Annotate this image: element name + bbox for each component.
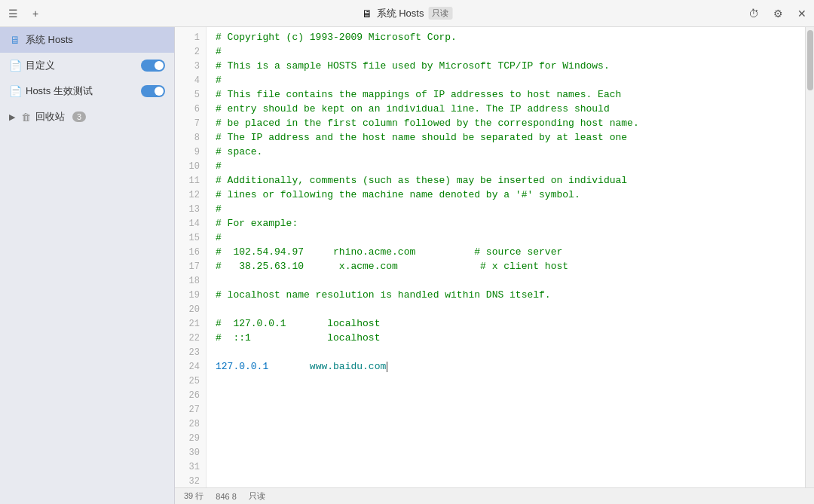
titlebar: ☰ + 🖥 系统 Hosts 只读 ⏱ ⚙ ✕ bbox=[0, 0, 814, 27]
line-number: 25 bbox=[175, 374, 206, 388]
sidebar-item-system-hosts[interactable]: 🖥 系统 Hosts bbox=[0, 27, 174, 53]
line-number: 26 bbox=[175, 388, 206, 402]
titlebar-center: 🖥 系统 Hosts 只读 bbox=[362, 7, 453, 20]
comment-text: # This file contains the mappings of IP … bbox=[216, 87, 621, 102]
line-number: 15 bbox=[175, 231, 206, 245]
code-line bbox=[216, 402, 805, 417]
line-number: 9 bbox=[175, 145, 206, 159]
comment-text: # For example: bbox=[216, 216, 298, 231]
status-row: 39 行 bbox=[184, 490, 204, 502]
toggle-custom[interactable] bbox=[141, 60, 165, 72]
line-number: 4 bbox=[175, 73, 206, 87]
comment-text: # bbox=[216, 159, 222, 173]
code-line: # This file contains the mappings of IP … bbox=[216, 87, 805, 102]
line-number: 30 bbox=[175, 445, 206, 460]
code-line: # 102.54.94.97 rhino.acme.com # source s… bbox=[216, 245, 805, 259]
line-number: 14 bbox=[175, 216, 206, 231]
code-line bbox=[216, 374, 805, 388]
code-line: # space. bbox=[216, 145, 805, 159]
clock-icon[interactable]: ⏱ bbox=[748, 8, 760, 20]
comment-text: # The IP address and the host name shoul… bbox=[216, 130, 627, 145]
line-number: 17 bbox=[175, 259, 206, 273]
close-icon[interactable]: ✕ bbox=[796, 8, 808, 20]
line-number: 16 bbox=[175, 245, 206, 259]
line-number: 28 bbox=[175, 417, 206, 431]
sidebar-item-label: 目定义 bbox=[26, 59, 136, 72]
hostname: www.baidu.com bbox=[310, 359, 386, 374]
monitor-icon: 🖥 bbox=[9, 34, 21, 46]
comment-text: # bbox=[216, 73, 222, 87]
line-number: 1 bbox=[175, 30, 206, 44]
line-number: 24 bbox=[175, 359, 206, 374]
sidebar: 🖥 系统 Hosts 📄 目定义 📄 Hosts 生效测试 ▶ 🗑 回收站 3 bbox=[0, 27, 175, 504]
code-line: # entry should be kept on an individual … bbox=[216, 102, 805, 116]
titlebar-right: ⏱ ⚙ ✕ bbox=[748, 8, 808, 20]
line-numbers: 1234567891011121314151617181920212223242… bbox=[175, 27, 207, 487]
comment-text: # bbox=[216, 44, 222, 59]
sidebar-item-custom[interactable]: 📄 目定义 bbox=[0, 53, 174, 78]
code-line bbox=[216, 388, 805, 402]
code-line: # lines or following the machine name de… bbox=[216, 188, 805, 202]
statusbar: 39 行 846 8 只读 bbox=[175, 487, 814, 504]
line-number: 27 bbox=[175, 402, 206, 417]
comment-text: # Copyright (c) 1993-2009 Microsoft Corp… bbox=[216, 30, 457, 44]
code-line: # Copyright (c) 1993-2009 Microsoft Corp… bbox=[216, 30, 805, 44]
code-line bbox=[216, 345, 805, 359]
line-number: 3 bbox=[175, 59, 206, 73]
code-line: # bbox=[216, 159, 805, 173]
sidebar-item-label: Hosts 生效测试 bbox=[26, 84, 136, 98]
comment-text: # localhost name resolution is handled w… bbox=[216, 288, 551, 302]
code-area[interactable]: # Copyright (c) 1993-2009 Microsoft Corp… bbox=[207, 27, 805, 487]
expand-icon: ▶ bbox=[9, 112, 15, 122]
recycle-label: 回收站 bbox=[35, 110, 65, 124]
settings-icon[interactable]: ⚙ bbox=[772, 8, 784, 20]
line-number: 23 bbox=[175, 345, 206, 359]
toggle-test[interactable] bbox=[141, 85, 165, 97]
comment-text: # ::1 localhost bbox=[216, 331, 380, 345]
comment-text: # Additionally, comments (such as these)… bbox=[216, 173, 627, 188]
line-number: 7 bbox=[175, 116, 206, 130]
line-number: 21 bbox=[175, 316, 206, 331]
comment-text: # entry should be kept on an individual … bbox=[216, 102, 610, 116]
code-line: # The IP address and the host name shoul… bbox=[216, 130, 805, 145]
line-number: 31 bbox=[175, 460, 206, 474]
code-line: # For example: bbox=[216, 216, 805, 231]
sidebar-item-hosts-test[interactable]: 📄 Hosts 生效测试 bbox=[0, 78, 174, 104]
main-layout: 🖥 系统 Hosts 📄 目定义 📄 Hosts 生效测试 ▶ 🗑 回收站 3 … bbox=[0, 27, 814, 504]
code-line bbox=[216, 445, 805, 460]
code-line: # This is a sample HOSTS file used by Mi… bbox=[216, 59, 805, 73]
code-line: # bbox=[216, 73, 805, 87]
comment-text: # be placed in the first column followed… bbox=[216, 116, 639, 130]
title-monitor-icon: 🖥 bbox=[362, 8, 372, 20]
comment-text: # 38.25.63.10 x.acme.com # x client host bbox=[216, 259, 568, 273]
code-line: # ::1 localhost bbox=[216, 331, 805, 345]
line-number: 20 bbox=[175, 302, 206, 316]
code-line: 127.0.0.1 www.baidu.com bbox=[216, 359, 805, 374]
line-number: 6 bbox=[175, 102, 206, 116]
line-number: 29 bbox=[175, 431, 206, 445]
file-icon-custom: 📄 bbox=[9, 60, 21, 72]
code-line: # be placed in the first column followed… bbox=[216, 116, 805, 130]
line-number: 22 bbox=[175, 331, 206, 345]
menu-icon[interactable]: ☰ bbox=[6, 7, 20, 20]
ip-address: 127.0.0.1 bbox=[216, 359, 268, 374]
code-line: # localhost name resolution is handled w… bbox=[216, 288, 805, 302]
line-number: 32 bbox=[175, 474, 206, 487]
line-number: 10 bbox=[175, 159, 206, 173]
code-line: # Additionally, comments (such as these)… bbox=[216, 173, 805, 188]
editor-content[interactable]: 1234567891011121314151617181920212223242… bbox=[175, 27, 814, 487]
recycle-bin-item[interactable]: ▶ 🗑 回收站 3 bbox=[0, 104, 174, 130]
add-tab-icon[interactable]: + bbox=[29, 7, 42, 20]
code-line bbox=[216, 273, 805, 288]
status-mode: 只读 bbox=[249, 490, 265, 502]
status-col: 846 8 bbox=[216, 492, 237, 501]
scrollbar-thumb[interactable] bbox=[807, 30, 813, 90]
line-number: 11 bbox=[175, 173, 206, 188]
code-line: # bbox=[216, 231, 805, 245]
line-number: 19 bbox=[175, 288, 206, 302]
code-line bbox=[216, 417, 805, 431]
scrollbar[interactable] bbox=[805, 27, 814, 487]
comment-text: # bbox=[216, 202, 222, 216]
comment-text: # lines or following the machine name de… bbox=[216, 188, 580, 202]
line-number: 2 bbox=[175, 44, 206, 59]
